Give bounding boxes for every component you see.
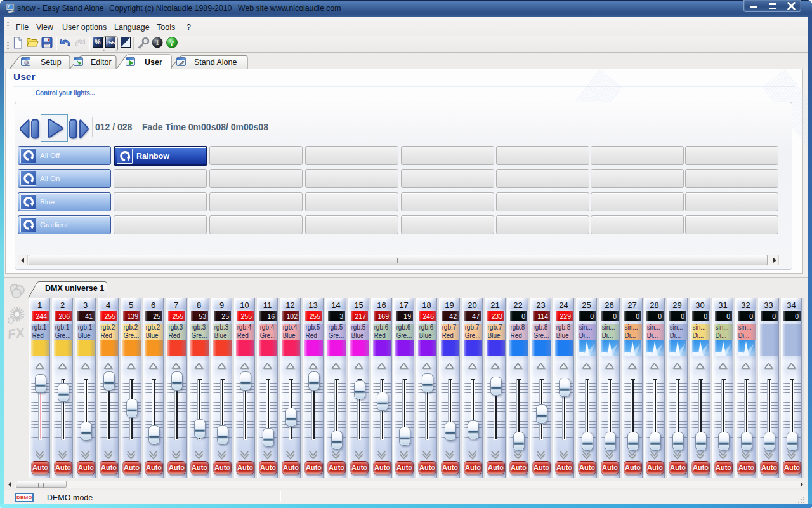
svg-text:?: ? xyxy=(170,38,174,48)
svg-text:FX: FX xyxy=(6,324,27,342)
svg-text:%: % xyxy=(95,38,101,46)
svg-text:1: 1 xyxy=(155,38,159,47)
